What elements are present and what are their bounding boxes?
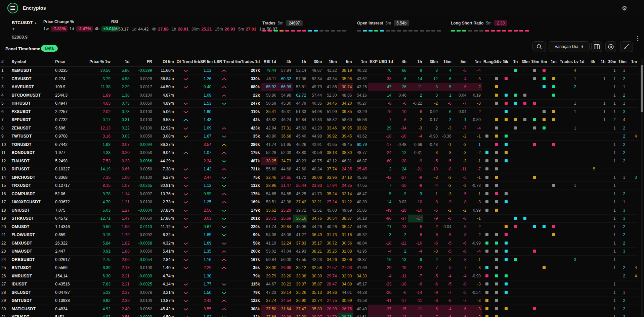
- table-row[interactable]: 11BONDUSDT1.9774.330.200.00509.04m1.0717…: [0, 149, 638, 157]
- table-row[interactable]: 1XEMUSDT0.023530.565.86-0.029911.66m1.13…: [0, 66, 638, 75]
- column-header[interactable]: RSI 1d: [261, 57, 277, 66]
- gear-icon[interactable]: ⚙: [622, 5, 627, 12]
- column-header[interactable]: Trades Lv 1d: [558, 57, 577, 66]
- table-row[interactable]: 3AAVEUSDT109.911.382.290.001744.50m0.406…: [0, 83, 638, 91]
- symbol-cell[interactable]: BTCDOMUSDT: [10, 91, 54, 100]
- column-header[interactable]: 1m: [468, 57, 482, 66]
- symbol-cell[interactable]: STRKUSDT: [10, 214, 54, 223]
- table-row[interactable]: 15TRXUSDT0.127178.151.07-0.026530.91m1.1…: [0, 181, 638, 190]
- symbol-cell[interactable]: XEMUSDT: [10, 66, 54, 75]
- column-header[interactable]: 1h: [408, 57, 424, 66]
- table-row[interactable]: 26XMRUSDT154.146.302.21-0.00394.74m1.387…: [0, 272, 638, 280]
- column-header[interactable]: LSR 5m: [197, 57, 213, 66]
- column-header[interactable]: OI Trend 5m: [175, 57, 197, 66]
- column-header[interactable]: Price: [54, 57, 86, 66]
- symbol-cell[interactable]: TWTUSDT: [10, 132, 54, 141]
- symbol-cell[interactable]: SFPUSDT: [10, 116, 54, 124]
- table-row[interactable]: 13RIFUSDT0.1032714.190.660.00507.38m1.42…: [0, 165, 638, 173]
- symbol-cell[interactable]: GMXUSDT: [10, 239, 54, 248]
- table-row[interactable]: 4BTCDOMUSDT2544.31.891.380.01004.87m1.09…: [0, 91, 638, 100]
- symbol-cell[interactable]: COMPUSDT: [10, 190, 54, 198]
- table-row[interactable]: 21FLOWUSDT0.6590.151.790.00926.32m1.8990…: [0, 231, 638, 239]
- symbol-cell[interactable]: FXSUSDT: [10, 108, 54, 116]
- symbol-cell[interactable]: ORBSUSDT: [10, 256, 54, 264]
- table-row[interactable]: 28SKLUSDT0.047875.232.270.00763.21m1.507…: [0, 288, 638, 297]
- column-header[interactable]: 30m: [307, 57, 323, 66]
- sort-dropdown[interactable]: Variação Dia ▲▼: [549, 41, 590, 52]
- table-row[interactable]: 25BNTUSDT0.55666.392.180.01001.40m2.2935…: [0, 264, 638, 272]
- table-row[interactable]: 31YFIUSDT54524.932.56-0.00394.50m1.9233k…: [0, 313, 638, 317]
- column-header[interactable]: Range Lv 1w: [482, 57, 491, 66]
- table-row[interactable]: 6FXSUSDT2.22572.020.730.01005.06m1.90110…: [0, 108, 638, 116]
- column-header[interactable]: 15m: [530, 57, 539, 66]
- table-row[interactable]: 27IDUSDT0.435167.832.21-0.00254.14m1.771…: [0, 280, 638, 288]
- search-button[interactable]: [532, 41, 546, 52]
- column-header[interactable]: Symbol: [10, 57, 54, 66]
- symbol-cell[interactable]: HIFIUSDT: [10, 99, 54, 108]
- table-row[interactable]: 29GMTUSDT0.139386.922.390.010010.87m2.42…: [0, 297, 638, 305]
- column-header[interactable]: FR: [131, 57, 154, 66]
- column-header[interactable]: 30m: [607, 57, 617, 66]
- menu-button[interactable]: [7, 3, 18, 13]
- column-header[interactable]: 15m: [323, 57, 338, 66]
- column-header[interactable]: 1h: [511, 57, 520, 66]
- column-header[interactable]: 15m: [617, 57, 627, 66]
- table-row[interactable]: 141INCHUSDT0.33687.351.000.01006.27m2.47…: [0, 173, 638, 182]
- table-row[interactable]: 30MATICUSDT0.48344.922.400.006245.42m3.5…: [0, 305, 638, 313]
- symbol-cell[interactable]: AAVEUSDT: [10, 83, 54, 91]
- symbol-cell[interactable]: 1INCHUSDT: [10, 173, 54, 182]
- symbol-cell[interactable]: BNTUSDT: [10, 264, 54, 272]
- column-header[interactable]: EXP USD 1d: [368, 57, 393, 66]
- table-row[interactable]: 171000XECUSDT0.036724.701.210.01002.73m1…: [0, 198, 638, 206]
- symbol-cell[interactable]: TRXUSDT: [10, 181, 54, 190]
- column-header[interactable]: 30m: [423, 57, 439, 66]
- table-row[interactable]: 9TWTUSDT0.97083.160.030.00503.08m1.6735k…: [0, 132, 638, 141]
- symbol-cell[interactable]: GMTUSDT: [10, 297, 54, 305]
- table-row[interactable]: 22GMXUSDT26.3225.841.82-0.00584.32m1.695…: [0, 239, 638, 248]
- column-header[interactable]: 4h: [277, 57, 293, 66]
- symbol-cell[interactable]: FLOWUSDT: [10, 231, 54, 239]
- column-header[interactable]: 4h: [393, 57, 408, 66]
- column-header[interactable]: 5m: [453, 57, 468, 66]
- symbol-cell[interactable]: RIFUSDT: [10, 165, 54, 173]
- symbol-cell[interactable]: BONDUSDT: [10, 149, 54, 157]
- symbol-cell[interactable]: TONUSDT: [10, 141, 54, 149]
- style-button[interactable]: [620, 41, 633, 52]
- column-header[interactable]: 30m: [520, 57, 530, 66]
- vertical-scrollbar[interactable]: [641, 58, 643, 316]
- column-header[interactable]: 5m: [338, 57, 353, 66]
- symbol-cell[interactable]: SKLUSDT: [10, 288, 54, 297]
- symbol-cell[interactable]: ZENUSDT: [10, 124, 54, 133]
- column-header[interactable]: 1h: [597, 57, 607, 66]
- table-row[interactable]: 2CRVUSDT0.2743.794.980.002936.84m1.26330…: [0, 75, 638, 83]
- column-header[interactable]: 1m: [353, 57, 368, 66]
- table-header-row[interactable]: #SymbolPricePrice % 1w1dFROI 5mOI Trend …: [0, 57, 638, 66]
- table-row[interactable]: 24ORBSUSDT0.026172.752.06-0.00542.84m1.1…: [0, 256, 638, 264]
- table-row[interactable]: 19STRKUSDT0.457212.711.470.005017.86m3.0…: [0, 214, 638, 223]
- table-row[interactable]: 8ZENUSDT9.69612.130.220.010012.92m1.0942…: [0, 124, 638, 133]
- column-header[interactable]: 1h: [293, 57, 308, 66]
- symbol-cell[interactable]: MATICUSDT: [10, 305, 54, 313]
- symbol-cell[interactable]: CRVUSDT: [10, 75, 54, 83]
- symbol-selector[interactable]: BTCUSDT▲▼ 62888.9: [12, 19, 37, 40]
- table-row[interactable]: 10TONUSDT6.74421.930.07-0.009486.37m3.54…: [0, 141, 638, 149]
- column-header[interactable]: 1m: [549, 57, 558, 66]
- table-row[interactable]: 16COMPUSDT52.069.781.140.009713.76m0.991…: [0, 190, 638, 198]
- column-header[interactable]: LSR Trend 5m: [213, 57, 235, 66]
- symbol-cell[interactable]: 1000XECUSDT: [10, 198, 54, 206]
- table-row[interactable]: 5HIFIUSDT0.49474.650.730.00504.89m1.5324…: [0, 99, 638, 108]
- table-row[interactable]: 12TIAUSDT5.24987.530.33-0.006644.29m2.34…: [0, 157, 638, 165]
- column-header[interactable]: 1m: [627, 57, 638, 66]
- column-header[interactable]: 1d: [112, 57, 131, 66]
- symbol-cell[interactable]: YFIUSDT: [10, 313, 54, 317]
- symbol-cell[interactable]: TIAUSDT: [10, 157, 54, 165]
- columns-button[interactable]: [591, 41, 602, 52]
- column-header[interactable]: Price % 1w: [87, 57, 112, 66]
- scrollbar-thumb[interactable]: [641, 65, 643, 112]
- symbol-cell[interactable]: XMRUSDT: [10, 272, 54, 280]
- pause-button[interactable]: [605, 41, 616, 52]
- symbol-cell[interactable]: UNIUSDT: [10, 206, 54, 215]
- column-header[interactable]: #: [0, 57, 10, 66]
- column-header[interactable]: OI 5m: [154, 57, 175, 66]
- table-row[interactable]: 23UMAUSDT2.4470.911.880.00505.41m1.35260…: [0, 247, 638, 256]
